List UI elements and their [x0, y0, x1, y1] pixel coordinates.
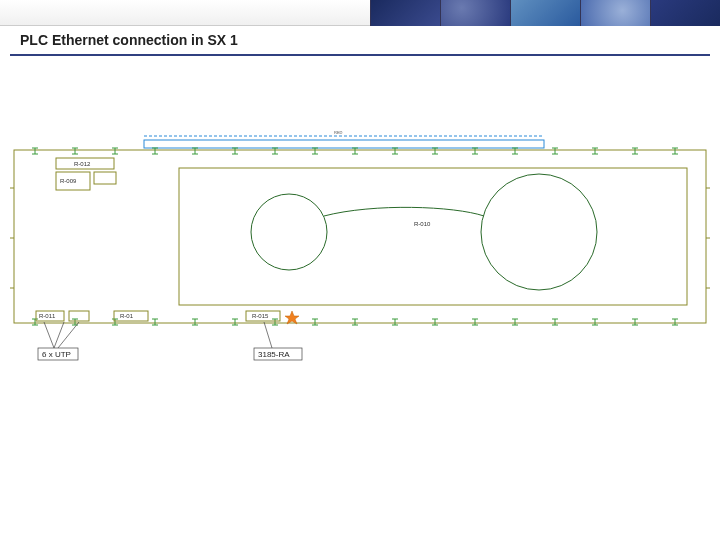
banner-tile-1	[370, 0, 440, 26]
banner-tile-2	[440, 0, 510, 26]
label-r012: R-012	[74, 161, 91, 167]
columns-top	[32, 148, 678, 154]
columns-bottom	[32, 319, 678, 325]
floor-plan: RED	[14, 148, 706, 348]
header-rule	[10, 54, 710, 56]
outer-wall	[14, 150, 706, 323]
star-marker-icon	[285, 311, 299, 324]
room-aux-1	[94, 172, 116, 184]
page-title: PLC Ethernet connection in SX 1	[20, 32, 238, 48]
label-r015: R-015	[252, 313, 269, 319]
label-r01: R-01	[120, 313, 134, 319]
banner-left	[0, 0, 370, 26]
shaft-large	[481, 174, 597, 290]
banner-tile-3	[510, 0, 580, 26]
leader-rack	[264, 322, 272, 348]
top-note: RED	[334, 130, 343, 135]
banner-right	[370, 0, 720, 26]
label-r009: R-009	[60, 178, 77, 184]
overhead-crane-rail	[144, 140, 544, 148]
label-r011: R-011	[39, 313, 56, 319]
banner-tile-5	[650, 0, 720, 26]
banner-tile-4	[580, 0, 650, 26]
leader-utp	[44, 322, 79, 348]
shaft-small	[251, 194, 327, 270]
shaft-link	[324, 207, 484, 216]
label-r010: R-010	[414, 221, 431, 227]
header-banner	[0, 0, 720, 26]
equipment-zone	[179, 168, 687, 305]
callout-utp: 6 x UTP	[42, 350, 71, 359]
callout-rack: 3185-RA	[258, 350, 290, 359]
